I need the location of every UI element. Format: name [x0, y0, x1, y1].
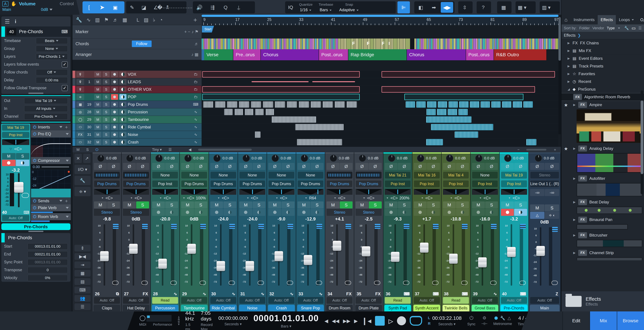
strip-bus-button[interactable]: Pop Inst — [2, 132, 29, 138]
chord-stripe[interactable] — [263, 38, 265, 49]
eraser-tool-button[interactable]: ◪ — [138, 2, 150, 13]
channel-input-button[interactable] — [123, 171, 149, 179]
pan-control[interactable] — [239, 189, 265, 195]
chord-stripe[interactable] — [536, 38, 538, 49]
channel-record-button[interactable] — [472, 209, 485, 216]
phase-left-button[interactable]: Ø — [268, 163, 281, 170]
plugin-row[interactable]: ▶FXAutofilter — [562, 175, 644, 182]
chord-stripe[interactable] — [443, 38, 444, 49]
channel-record-button[interactable] — [298, 209, 310, 216]
event-clip[interactable] — [334, 101, 345, 108]
channel-mute-button[interactable]: M — [181, 201, 194, 208]
range-tool-button[interactable]: [ — [83, 2, 95, 13]
layers-icon[interactable] — [433, 224, 438, 229]
mixer-channel-main[interactable]: 0.0 dBØØStereoLine Out 1 (.. (R)-∞-∞MS△≑… — [529, 152, 561, 312]
pan-control[interactable] — [210, 189, 236, 195]
channel-mute-button[interactable]: M — [239, 201, 252, 208]
track-mute-button[interactable]: M — [94, 102, 101, 107]
track-solo-button[interactable]: S — [103, 124, 110, 130]
event-clip[interactable] — [502, 101, 511, 108]
channel-mute-button[interactable]: M — [210, 201, 223, 208]
channel-mute-button[interactable]: M — [152, 201, 165, 208]
channel-monitor-button[interactable] — [310, 209, 324, 216]
plugin-thumbnail[interactable] — [576, 109, 642, 143]
track-row[interactable]: ≑MSPOP🗀 — [72, 93, 202, 101]
channel-mute-button[interactable]: M — [268, 201, 281, 208]
channel-gain-value[interactable]: -9.0 — [268, 216, 294, 223]
hamburger-menu-icon[interactable]: ☰ — [5, 18, 10, 25]
iq-label[interactable]: IQ — [285, 5, 296, 10]
chord-stripe[interactable] — [240, 38, 241, 49]
channel-solo-button[interactable]: S — [224, 201, 236, 208]
chord-stripe[interactable] — [530, 38, 531, 49]
event-clip[interactable] — [272, 116, 316, 123]
phase-right-button[interactable]: Ø — [224, 163, 236, 170]
plate-verb-send-level[interactable] — [31, 211, 71, 213]
chord-stripe[interactable] — [282, 38, 284, 49]
plugin-row[interactable]: ▶FXBeat Delay — [562, 198, 644, 206]
event-field[interactable]: 0% — [28, 275, 68, 281]
pan-value[interactable]: R64 — [309, 196, 316, 200]
gain-knob[interactable] — [184, 155, 192, 162]
track-height-select[interactable]: Tiny ▾ — [152, 148, 162, 152]
track-row[interactable]: ◯29MSTambourine∿ — [72, 116, 202, 123]
chord-stripe[interactable] — [525, 38, 527, 49]
channel-record-button[interactable]: △ — [530, 212, 544, 219]
channel-record-button[interactable] — [239, 209, 252, 216]
chord-stripe[interactable] — [464, 38, 466, 49]
phase-left-button[interactable]: Ø — [239, 163, 252, 170]
chord-stripe[interactable] — [232, 38, 234, 49]
event-clip[interactable] — [203, 101, 214, 108]
plugin-thumbnail[interactable] — [576, 240, 642, 247]
preroll-settings[interactable]: ⚙⊣⊢ — [481, 316, 488, 326]
sort-type[interactable]: Type — [607, 26, 615, 30]
event-begin-button[interactable]: ◧ — [414, 2, 427, 13]
track-mute-button[interactable]: M — [94, 124, 101, 130]
chord-stripe[interactable] — [522, 38, 525, 49]
chord-stripe[interactable] — [480, 38, 482, 49]
event-clip[interactable] — [448, 109, 457, 115]
layers-icon[interactable] — [258, 224, 264, 229]
gain-knob[interactable] — [504, 155, 512, 162]
channel-output-button[interactable]: Pop Drums — [94, 180, 120, 187]
phase-right-button[interactable]: Ø — [369, 163, 382, 170]
chord-stripe[interactable] — [319, 38, 322, 49]
channel-gain-value[interactable]: -12.9 — [298, 216, 324, 223]
hand-tool-icon[interactable]: ✋ — [11, 1, 16, 6]
channel-fader-track[interactable] — [453, 224, 454, 286]
channel-mute-button[interactable]: M — [326, 201, 340, 208]
io-field[interactable]: Mai Tai 19 — [24, 98, 68, 104]
channel-solo-button[interactable]: S — [165, 201, 178, 208]
chord-stripe[interactable] — [460, 38, 461, 49]
plugin-row[interactable]: FXAlgorithmic Room Reverb — [562, 93, 644, 101]
chord-stripe[interactable] — [218, 38, 220, 49]
chord-stripe[interactable] — [237, 38, 240, 49]
play-button[interactable]: ▹ — [388, 315, 393, 327]
chord-stripe[interactable] — [552, 38, 554, 49]
close-mixer-icon[interactable]: ✕ — [74, 154, 82, 163]
channel-output-button[interactable]: Pop Drums — [210, 180, 236, 187]
chord-stripe[interactable] — [336, 38, 338, 49]
track-monitor-button[interactable] — [120, 132, 126, 138]
browser-plugin-binaural-pan[interactable]: ▶FXBinaural Pan — [562, 216, 644, 231]
channel-fader-handle[interactable] — [420, 243, 428, 253]
pan-expand-icon[interactable] — [131, 197, 132, 198]
channel-solo-button[interactable]: S — [427, 201, 440, 208]
io-toggle-button[interactable]: I/O ▾ — [74, 165, 90, 174]
track-record-button[interactable] — [111, 94, 118, 100]
browser-home-icon[interactable]: ⌂ — [562, 15, 570, 24]
channel-name-chip[interactable]: Tambourine — [181, 305, 208, 312]
channel-input-button[interactable]: Mai Tai 21 — [385, 171, 411, 179]
goto-end-icon[interactable]: ⇥ — [74, 262, 90, 268]
track-solo-button[interactable]: S — [103, 71, 110, 77]
pan-expand-icon[interactable] — [422, 197, 423, 198]
event-clip[interactable] — [202, 71, 360, 78]
chord-stripe[interactable] — [472, 38, 473, 49]
event-clip[interactable] — [426, 109, 436, 115]
channel-automation-button[interactable]: Auto: Off — [210, 297, 236, 304]
channel-input-button[interactable]: None — [298, 171, 324, 179]
gain-knob[interactable] — [242, 155, 250, 162]
phase-left-button[interactable]: Ø — [530, 163, 544, 170]
chord-stripe[interactable] — [450, 38, 452, 49]
channel-gain-value[interactable]: -24.0 — [239, 216, 265, 223]
